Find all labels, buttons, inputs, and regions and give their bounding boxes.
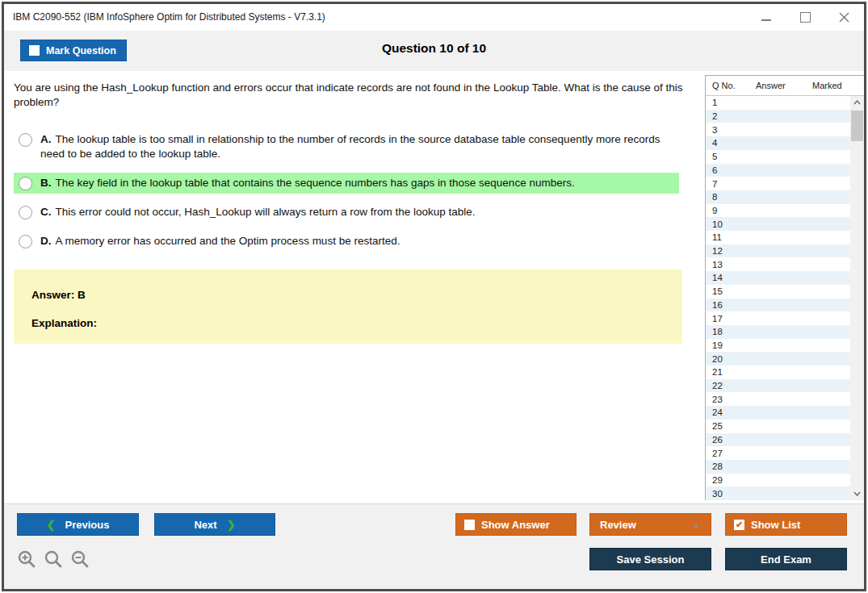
question-row[interactable]: 20 [706,352,850,365]
question-number: 16 [712,300,723,310]
option-text: The lookup table is too small in relatio… [40,133,660,160]
question-row[interactable]: 22 [706,379,850,393]
question-number: 30 [712,489,723,499]
show-list-checkbox[interactable]: ✔ [734,520,744,530]
chevron-left-icon: ❮ [47,519,56,531]
question-row[interactable]: 23 [706,392,850,406]
answer-option-b[interactable]: B.The key field in the lookup table that… [14,173,679,194]
app-window: IBM C2090-552 (IBM InfoSphere Optim for … [2,2,866,591]
question-row[interactable]: 12 [706,244,850,258]
save-session-button[interactable]: Save Session [589,548,711,570]
answer-option-d[interactable]: D.A memory error has occurred and the Op… [14,231,679,252]
question-row[interactable]: 17 [706,311,850,325]
question-row[interactable]: 19 [706,339,850,353]
question-row[interactable]: 2 [706,110,850,123]
question-row[interactable]: 13 [706,257,850,271]
column-header-qno: Q No. [706,81,756,90]
question-row[interactable]: 18 [706,325,850,339]
previous-button[interactable]: ❮ Previous [17,513,139,536]
end-exam-button[interactable]: End Exam [725,548,847,570]
question-row[interactable]: 25 [706,420,850,433]
show-list-button[interactable]: ✔ Show List [725,513,847,536]
option-letter: B. [40,177,52,189]
question-row[interactable]: 3 [706,123,850,136]
option-letter: A. [40,133,52,145]
radio-button[interactable] [19,206,32,219]
question-row[interactable]: 30 [706,487,850,500]
question-row[interactable]: 26 [706,433,850,447]
radio-button[interactable] [19,235,32,248]
question-row[interactable]: 28 [706,460,850,474]
zoom-out-icon[interactable] [70,549,90,569]
window-controls [761,4,849,31]
option-letter: D. [40,235,52,247]
scroll-down-button[interactable] [850,487,864,500]
question-row[interactable]: 6 [706,164,850,177]
question-number: 9 [712,206,717,215]
question-row[interactable]: 15 [706,285,850,299]
question-list-rows: 1234567891011121314151617181920212223242… [706,96,850,500]
footer-bar: ❮ Previous Next ❯ Show Answer Review ▲ ✔… [4,503,864,589]
review-button[interactable]: Review ▲ [589,513,711,536]
question-row[interactable]: 8 [706,190,850,204]
question-row[interactable]: 11 [706,231,850,244]
question-number: 20 [712,354,723,364]
question-number: 3 [712,125,717,135]
radio-button[interactable] [19,177,32,190]
close-icon [839,12,849,23]
chevron-up-icon [853,100,861,105]
minimize-button[interactable] [761,12,772,23]
zoom-reset-icon[interactable] [44,549,63,569]
question-row[interactable]: 29 [706,474,850,487]
question-row[interactable]: 27 [706,446,850,460]
explanation-label: Explanation: [31,317,682,329]
maximize-icon [800,12,811,23]
end-exam-label: End Exam [761,553,811,566]
window-title: IBM C2090-552 (IBM InfoSphere Optim for … [13,4,325,31]
column-header-answer: Answer [756,81,812,90]
question-row[interactable]: 9 [706,204,850,218]
close-button[interactable] [838,12,849,23]
maximize-button[interactable] [799,12,811,23]
question-row[interactable]: 5 [706,150,850,164]
question-list-header: Q No. Answer Marked [706,76,864,96]
question-text: You are using the Hash_Lookup function a… [14,81,684,110]
dropdown-up-icon: ▲ [693,520,701,529]
question-number: 10 [712,219,723,229]
question-counter: Question 10 of 10 [4,41,864,56]
show-answer-checkbox[interactable] [464,520,475,530]
question-row[interactable]: 4 [706,136,850,150]
title-bar: IBM C2090-552 (IBM InfoSphere Optim for … [4,4,864,31]
question-row[interactable]: 1 [706,96,850,110]
answer-option-c[interactable]: C.This error could not occur, Hash_Looku… [14,202,679,223]
question-row[interactable]: 10 [706,217,850,231]
main-content: You are using the Hash_Lookup function a… [4,71,864,504]
option-text: The key field in the lookup table that c… [56,177,575,189]
next-button[interactable]: Next ❯ [154,513,275,536]
answer-label: Answer: B [31,289,682,301]
question-list-scrollbar[interactable] [850,96,864,500]
question-row[interactable]: 24 [706,406,850,420]
question-area: You are using the Hash_Lookup function a… [4,71,698,504]
question-number: 26 [712,435,723,445]
chevron-right-icon: ❯ [227,519,236,531]
question-number: 29 [712,475,723,485]
zoom-in-icon[interactable] [17,549,36,569]
option-text: A memory error has occurred and the Opti… [56,235,400,247]
question-number: 15 [712,286,723,296]
question-number: 8 [712,192,717,202]
question-number: 11 [712,232,722,242]
save-session-label: Save Session [617,553,685,566]
question-row[interactable]: 7 [706,177,850,190]
question-row[interactable]: 14 [706,271,850,285]
answer-options: A.The lookup table is too small in relat… [14,129,698,251]
radio-button[interactable] [19,133,32,147]
scrollbar-thumb[interactable] [851,111,863,141]
question-row[interactable]: 21 [706,365,850,379]
answer-option-a[interactable]: A.The lookup table is too small in relat… [14,129,679,164]
show-answer-button[interactable]: Show Answer [455,513,577,536]
review-label: Review [600,519,636,531]
question-row[interactable]: 16 [706,299,850,312]
scroll-up-button[interactable] [850,96,864,109]
question-number: 2 [712,111,717,121]
